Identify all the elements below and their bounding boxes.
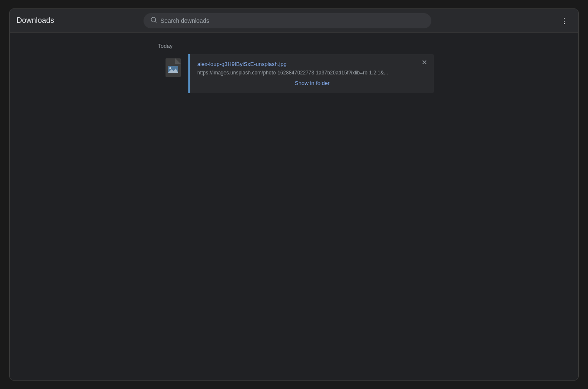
svg-point-6: [169, 67, 171, 69]
download-filename[interactable]: alex-loup-g3H9IByiSxE-unsplash.jpg: [197, 61, 427, 67]
downloads-window: Downloads ⋮ Today: [9, 8, 579, 381]
remove-download-button[interactable]: ✕: [419, 58, 430, 67]
page-title: Downloads: [17, 16, 144, 25]
search-icon: [150, 16, 157, 25]
show-in-folder-button[interactable]: Show in folder: [197, 80, 427, 86]
content-area: Today alex-loup-g3H: [10, 33, 578, 380]
section-label-today: Today: [10, 43, 578, 54]
search-bar[interactable]: [144, 13, 431, 28]
more-options-button[interactable]: ⋮: [557, 14, 571, 28]
file-icon-area: [158, 54, 188, 78]
download-url: https://images.unsplash.com/photo-162884…: [197, 70, 417, 76]
download-item: alex-loup-g3H9IByiSxE-unsplash.jpg https…: [10, 54, 578, 93]
download-card: alex-loup-g3H9IByiSxE-unsplash.jpg https…: [188, 54, 434, 93]
file-icon: [165, 58, 182, 78]
header: Downloads ⋮: [10, 9, 578, 33]
search-input[interactable]: [160, 17, 425, 24]
svg-line-1: [155, 21, 156, 22]
